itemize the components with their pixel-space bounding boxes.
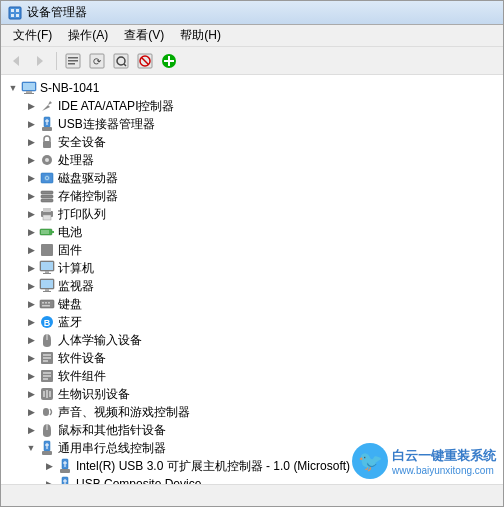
svg-point-32 [45,158,49,162]
window-icon [7,5,23,21]
expand-btn-monitor[interactable]: ▶ [23,278,39,294]
svg-rect-25 [23,83,35,90]
svg-rect-9 [68,60,78,62]
svg-rect-3 [11,14,14,17]
tree-item-biometric[interactable]: ▶ 生物识别设备 [1,385,503,403]
svg-rect-10 [68,63,75,65]
tree-item-software-dev[interactable]: ▶ 软件设备 [1,349,503,367]
svg-marker-6 [37,56,43,66]
tree-item-disk[interactable]: ▶ 磁盘驱动器 [1,169,503,187]
expand-btn-keyboard[interactable]: ▶ [23,296,39,312]
forward-button[interactable] [29,50,51,72]
expand-btn-ide[interactable]: ▶ [23,98,39,114]
expand-btn-bluetooth[interactable]: ▶ [23,314,39,330]
tree-item-usb-conn[interactable]: ▶ USB连接器管理器 [1,115,503,133]
tree-item-storage[interactable]: ▶ 存储控制器 [1,187,503,205]
expand-btn-mouse[interactable]: ▶ [23,422,39,438]
item-label-print: 打印队列 [58,205,106,223]
svg-text:⟳: ⟳ [93,56,102,67]
item-label-usb-comp1: USB Composite Device [76,475,201,484]
item-icon-firmware [39,242,55,258]
tree-item-battery[interactable]: ▶ 电池 [1,223,503,241]
menu-action[interactable]: 操作(A) [60,25,116,46]
expand-btn-print[interactable]: ▶ [23,206,39,222]
item-icon-computer [39,260,55,276]
item-icon-disk [39,170,55,186]
expand-btn-cpu[interactable]: ▶ [23,152,39,168]
item-icon-software-dev [39,350,55,366]
expand-btn-usb-conn[interactable]: ▶ [23,116,39,132]
expand-btn-computer[interactable]: ▶ [23,260,39,276]
expand-btn-security[interactable]: ▶ [23,134,39,150]
properties-button[interactable] [62,50,84,72]
tree-item-root[interactable]: ▼ S-NB-1041 [1,79,503,97]
svg-rect-44 [41,230,49,234]
tree-item-security[interactable]: ▶ 安全设备 [1,133,503,151]
menu-file[interactable]: 文件(F) [5,25,60,46]
expand-btn-battery[interactable]: ▶ [23,224,39,240]
status-bar [1,484,503,506]
expand-btn-software-dev[interactable]: ▶ [23,350,39,366]
svg-rect-1 [11,9,14,12]
svg-rect-24 [24,93,34,94]
tree-item-cpu[interactable]: ▶ 处理器 [1,151,503,169]
expand-btn-storage[interactable]: ▶ [23,188,39,204]
tree-item-mouse[interactable]: ▶ 鼠标和其他指针设备 [1,421,503,439]
item-label-biometric: 生物识别设备 [58,385,130,403]
add-button[interactable] [158,50,180,72]
item-icon-serial [39,440,55,456]
svg-rect-41 [43,215,51,220]
expand-btn-disk[interactable]: ▶ [23,170,39,186]
expand-btn-biometric[interactable]: ▶ [23,386,39,402]
svg-rect-23 [26,91,32,93]
expand-btn-usb-intel[interactable]: ▶ [41,458,57,474]
item-label-keyboard: 键盘 [58,295,82,313]
svg-rect-37 [41,195,53,198]
tree-item-bluetooth[interactable]: ▶ B蓝牙 [1,313,503,331]
expand-btn-serial[interactable]: ▼ [23,440,39,456]
expand-btn-software-comp[interactable]: ▶ [23,368,39,384]
tree-item-firmware[interactable]: ▶固件 [1,241,503,259]
tree-item-software-comp[interactable]: ▶ 软件组件 [1,367,503,385]
watermark-text: 白云一键重装系统 www.baiyunxitong.com [392,447,496,476]
disable-button[interactable] [134,50,156,72]
tree-item-keyboard[interactable]: ▶ 键盘 [1,295,503,313]
back-button[interactable] [5,50,27,72]
menu-view[interactable]: 查看(V) [116,25,172,46]
svg-rect-56 [45,302,47,304]
expand-btn-audio[interactable]: ▶ [23,404,39,420]
tree-item-monitor[interactable]: ▶ 监视器 [1,277,503,295]
expand-btn-root[interactable]: ▼ [5,80,21,96]
tree-item-print[interactable]: ▶ 打印队列 [1,205,503,223]
menu-help[interactable]: 帮助(H) [172,25,229,46]
item-icon-ide [39,98,55,114]
item-icon-print [39,206,55,222]
tree-item-audio[interactable]: ▶ 声音、视频和游戏控制器 [1,403,503,421]
svg-rect-53 [43,291,51,292]
item-icon-monitor [39,278,55,294]
update-button[interactable]: ⟳ [86,50,108,72]
svg-rect-81 [60,469,70,473]
item-label-software-dev: 软件设备 [58,349,106,367]
tree-item-hid[interactable]: ▶ 人体学输入设备 [1,331,503,349]
item-icon-keyboard [39,296,55,312]
expand-btn-firmware[interactable]: ▶ [23,242,39,258]
expand-btn-usb-comp1[interactable]: ▶ [41,476,57,484]
scan-button[interactable] [110,50,132,72]
item-icon-usb-comp1 [57,476,73,484]
item-label-audio: 声音、视频和游戏控制器 [58,403,190,421]
tree-item-ide[interactable]: ▶IDE ATA/ATAPI控制器 [1,97,503,115]
svg-rect-8 [68,57,78,59]
expand-btn-hid[interactable]: ▶ [23,332,39,348]
svg-rect-27 [42,127,52,131]
item-icon-usb-conn [39,116,55,132]
item-icon-cpu [39,152,55,168]
svg-rect-36 [41,191,53,194]
tree-item-computer[interactable]: ▶ 计算机 [1,259,503,277]
title-bar: 设备管理器 [1,1,503,25]
svg-rect-48 [45,271,49,273]
item-label-battery: 电池 [58,223,82,241]
item-label-storage: 存储控制器 [58,187,118,205]
device-tree[interactable]: ▼ S-NB-1041▶IDE ATA/ATAPI控制器▶ USB连接器管理器▶… [1,75,503,484]
item-icon-battery [39,224,55,240]
